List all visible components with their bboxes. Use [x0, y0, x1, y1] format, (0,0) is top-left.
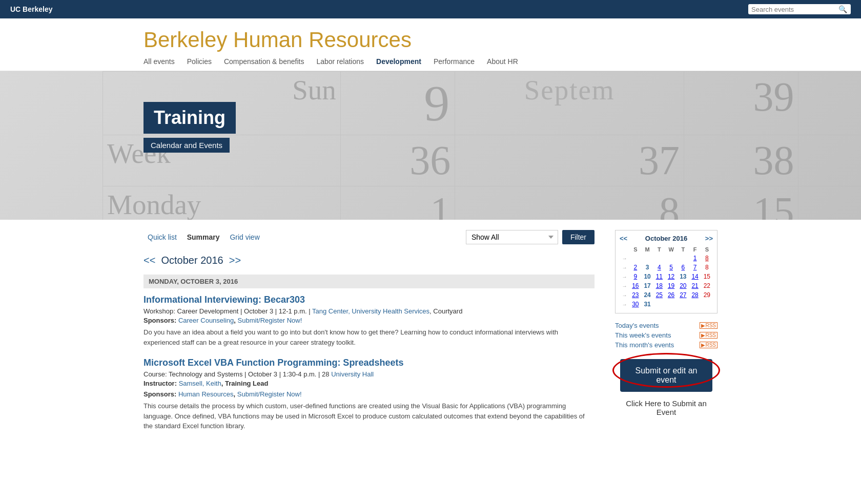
- nav-about-hr[interactable]: About HR: [487, 57, 518, 66]
- nav-compensation[interactable]: Compensation & benefits: [224, 57, 304, 66]
- site-name: UC Berkeley: [10, 5, 53, 13]
- mini-cal-day-link[interactable]: 3: [646, 264, 649, 271]
- mini-cal-week-3: → 9 10 11 12 13 14 15: [620, 272, 713, 281]
- event-location-link-2[interactable]: University Hall: [331, 370, 374, 378]
- mini-cal-arrow-header: [620, 245, 629, 254]
- rss-today-link[interactable]: Today's events: [615, 322, 659, 329]
- click-here-label: Click Here to Submit an Event: [615, 399, 717, 416]
- filter-select[interactable]: Show AllWorkshopsCoursesSeminars: [466, 230, 558, 244]
- mini-cal-day-link[interactable]: 6: [682, 264, 685, 271]
- hero-subtitle: Calendar and Events: [144, 138, 230, 153]
- event-meta: Workshop: Career Development | October 3…: [144, 307, 594, 315]
- mini-cal-day-link[interactable]: 2: [634, 264, 638, 271]
- mini-cal-prev[interactable]: <<: [620, 235, 627, 242]
- next-month-link[interactable]: >>: [229, 255, 241, 266]
- rss-month-link[interactable]: This month's events: [615, 341, 674, 349]
- event-meta-2: Course: Technology and Systems | October…: [144, 370, 594, 378]
- event-instructor-link[interactable]: Samsell, Keith: [179, 380, 221, 387]
- filter-button[interactable]: Filter: [562, 230, 594, 244]
- tab-quick-list[interactable]: Quick list: [144, 233, 181, 241]
- mini-cal-week-2: → 2 3 4 5 6 7 8: [620, 263, 713, 272]
- event-sponsor-link-2[interactable]: Human Resources: [178, 390, 234, 398]
- event-register-link-2[interactable]: Submit/Register Now!: [237, 390, 302, 398]
- day-header: MONDAY, OCTOBER 3, 2016: [144, 275, 594, 288]
- prev-month-link[interactable]: <<: [144, 255, 155, 266]
- mini-cal-fri: F: [689, 245, 701, 254]
- event-title-2[interactable]: Microsoft Excel VBA Function Programming…: [144, 358, 594, 368]
- mini-cal-day-link[interactable]: 8: [705, 255, 709, 262]
- mini-cal-day-link[interactable]: 5: [669, 264, 673, 271]
- hero-banner: Sun 9 Septem 39 7 15 Week 36 37 38 14 21…: [0, 71, 861, 220]
- mini-cal-day-link[interactable]: 1: [693, 255, 697, 262]
- event-title[interactable]: Informational Interviewing: Becar303: [144, 295, 594, 305]
- mini-cal-sat: S: [701, 245, 713, 254]
- mini-cal-day-link[interactable]: 7: [693, 264, 697, 271]
- mini-cal-table: S M T W T F S →: [620, 245, 713, 309]
- mini-cal-week-5: → 23 24 25 26 27 28 29: [620, 290, 713, 300]
- event-description-2: This course details the process by which…: [144, 401, 594, 431]
- mini-cal-day-link[interactable]: 4: [658, 264, 661, 271]
- rss-badge-today: ▶RSS: [700, 322, 717, 329]
- tab-grid-view[interactable]: Grid view: [225, 233, 263, 241]
- mini-cal-wed: W: [665, 245, 677, 254]
- event-location-link[interactable]: Tang Center, University Health Services: [312, 307, 429, 315]
- event-sponsors: Sponsors: Career Counseling, Submit/Regi…: [144, 317, 594, 324]
- rss-badge-week: ▶RSS: [700, 332, 717, 339]
- mini-cal-month: October 2016: [645, 235, 687, 242]
- search-input[interactable]: [751, 6, 838, 13]
- hero-title: Training: [144, 102, 236, 134]
- event-item: Informational Interviewing: Becar303 Wor…: [144, 295, 594, 347]
- nav-policies[interactable]: Policies: [187, 57, 212, 66]
- mini-cal-week-4: → 16 17 18 19 20 21 22: [620, 281, 713, 290]
- rss-links: Today's events ▶RSS This week's events ▶…: [615, 322, 717, 349]
- submit-area: Submit or edit an event Click Here to Su…: [615, 359, 717, 416]
- month-label: October 2016: [161, 255, 223, 266]
- hero-text-overlay: Training Calendar and Events: [144, 102, 236, 153]
- nav-all-events[interactable]: All events: [144, 57, 175, 66]
- mini-cal-thu: T: [677, 245, 689, 254]
- mini-cal-sun: S: [629, 245, 641, 254]
- search-icon: 🔍: [838, 5, 847, 13]
- event-item: Microsoft Excel VBA Function Programming…: [144, 358, 594, 431]
- nav-development[interactable]: Development: [376, 57, 421, 66]
- event-description: Do you have an idea about a field you wa…: [144, 327, 594, 347]
- mini-cal-next[interactable]: >>: [705, 235, 713, 242]
- rss-badge-month: ▶RSS: [700, 342, 717, 348]
- view-tabs-container: Quick list Summary Grid view Show AllWor…: [144, 230, 594, 244]
- month-heading: << October 2016 >>: [144, 255, 594, 266]
- mini-cal-week-6: → 30 31: [620, 300, 713, 309]
- mini-cal-week-1: → 1 8: [620, 254, 713, 263]
- event-instructor: Instructor: Samsell, Keith, Training Lea…: [144, 380, 594, 387]
- mini-cal-mon: M: [641, 245, 653, 254]
- rss-week-link[interactable]: This week's events: [615, 331, 671, 339]
- event-register-link[interactable]: Submit/Register Now!: [238, 317, 302, 324]
- nav-performance[interactable]: Performance: [434, 57, 475, 66]
- tab-summary[interactable]: Summary: [183, 233, 224, 241]
- event-sponsors-2: Sponsors: Human Resources, Submit/Regist…: [144, 390, 594, 398]
- site-logo: Berkeley Human Resources: [144, 28, 717, 52]
- mini-calendar: << October 2016 >> S M T W T F S: [615, 230, 717, 313]
- search-box: 🔍: [748, 4, 851, 14]
- event-sponsor-link[interactable]: Career Counseling: [178, 317, 234, 324]
- mini-cal-tue: T: [653, 245, 665, 254]
- nav-labor[interactable]: Labor relations: [316, 57, 364, 66]
- submit-event-button[interactable]: Submit or edit an event: [620, 359, 712, 392]
